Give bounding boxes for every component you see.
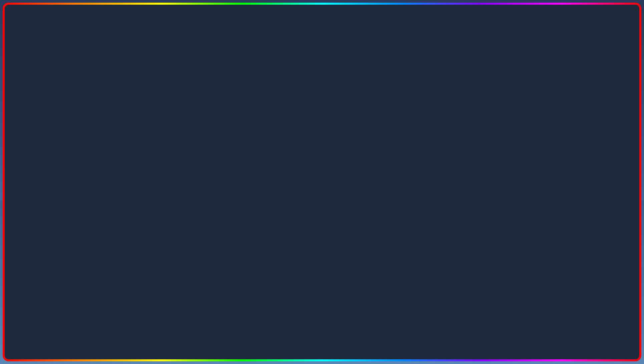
right-sidebar-item-stats[interactable]: 📊 Stats: [448, 121, 491, 130]
svg-point-20: [298, 150, 307, 158]
footer-name: Sky: [37, 207, 43, 211]
r-sidebar-label-players: Players: [458, 142, 471, 147]
right-sidebar-footer: ☁ Sky #1015: [448, 204, 491, 213]
sidebar-item-devilfruit[interactable]: 🍎 DevilFruit: [28, 159, 71, 169]
sidebar-label-teleport: Teleport: [38, 142, 52, 147]
right-sidebar-item-players[interactable]: 👤 Players: [448, 140, 491, 150]
select-raid-value: Dough: [499, 177, 511, 182]
svg-point-17: [321, 193, 335, 200]
r-misc-icon: 🎮: [451, 191, 456, 195]
auto-farm-checkbox[interactable]: ✓: [187, 177, 192, 181]
svg-rect-28: [554, 325, 556, 328]
setting-icon: ⚙: [31, 191, 36, 195]
r-devilfruit-icon: 🍎: [451, 152, 456, 157]
sidebar-item-players[interactable]: 👤 Players: [28, 150, 71, 159]
center-character: [269, 60, 375, 254]
teleport-raidlab-checkbox[interactable]: [608, 126, 612, 131]
left-sidebar-footer: ☁ Sky #1015: [28, 204, 71, 213]
sidebar-label-devilfruit: DevilFruit: [38, 162, 55, 166]
chevron-down-icon-2: ▼: [605, 177, 609, 182]
main-title: BLOX FRUITS: [143, 6, 502, 63]
auto-awaken-label: Auto Awaken: [496, 143, 519, 148]
left-panel-content: Select Weapon Godhuman ▼ Method Level [Q…: [71, 121, 196, 213]
sidebar-item-eps-raid[interactable]: ⚔ EPS-Raid: [28, 169, 71, 179]
r-buy-item-icon: 🛒: [451, 172, 456, 176]
chevron-down-icon: ▼: [184, 133, 188, 138]
method-value: Level [Quest]: [79, 152, 102, 157]
r-eps-raid-icon: ⚔: [451, 162, 456, 166]
auto-superhuman-row: Auto Superhuman: [75, 197, 192, 204]
chevron-up-icon: ▲: [184, 152, 188, 157]
left-panel-header: Blox: [28, 111, 196, 121]
sidebar-label-players: Players: [38, 152, 51, 157]
teleport-raidlab-label: Teleport To RaidLab: [496, 126, 531, 131]
weapon-value: Godhuman: [79, 133, 98, 138]
character-svg: [279, 70, 365, 244]
refresh-weapon-button[interactable]: Refresh Weapon: [75, 163, 192, 173]
r-sidebar-label-misc: Misc: [458, 191, 466, 195]
esp-players-checkbox[interactable]: [608, 188, 612, 193]
footer-avatar: ☁: [31, 206, 35, 211]
sidebar-item-stats[interactable]: 📊 Stats: [28, 130, 71, 140]
svg-point-25: [551, 319, 554, 322]
weapon-dropdown[interactable]: Godhuman ▼: [75, 131, 192, 140]
esp-players-label: ESP Players: [496, 188, 518, 193]
teleport-raidlab-row: Teleport To RaidLab: [496, 125, 612, 132]
footer-tag: #1015: [45, 207, 55, 211]
kill-aura-checkbox[interactable]: [608, 135, 612, 139]
r-sidebar-label-stats: Stats: [458, 123, 467, 128]
sidebar-item-teleport[interactable]: 📍 Teleport: [28, 140, 71, 150]
redeem-exp-button[interactable]: Redeem Exp Code: [75, 184, 192, 194]
stats-icon: 📊: [31, 133, 36, 137]
svg-rect-19: [335, 120, 347, 153]
auto-raids-label: Auto Raids: [496, 161, 515, 165]
right-sidebar-item-misc[interactable]: 🎮 Misc: [448, 188, 491, 198]
bottom-script-label: SCRIPT PASTEBIN: [271, 323, 529, 353]
sidebar-item-main[interactable]: 🏠 Main: [28, 121, 71, 130]
right-sidebar-item-buy-item[interactable]: 🛒 Buy Item: [448, 169, 491, 179]
sidebar-label-setting: Setting: [38, 191, 50, 195]
sidebar-label-stats: Stats: [38, 133, 47, 137]
auto-superhuman-label: Auto Superhuman: [75, 198, 107, 203]
r-sidebar-label-eps-raid: EPS-Raid: [458, 162, 476, 166]
svg-rect-15: [323, 157, 333, 197]
logo-icon: [540, 307, 570, 337]
sidebar-item-setting[interactable]: ⚙ Setting: [28, 188, 71, 198]
right-sidebar-item-teleport[interactable]: 📍 Teleport: [448, 130, 491, 140]
svg-point-16: [309, 193, 323, 200]
sidebar-item-buy-item[interactable]: 🛒 Buy Item: [28, 179, 71, 188]
auto-raids-row: Auto Raids: [496, 159, 612, 167]
sidebar-label-main: Main: [38, 123, 46, 128]
auto-next-island-row: Auto Next Island: [496, 151, 612, 158]
right-panel: B 📊 Stats 📍 Teleport 👤 Players 🍎 D: [447, 110, 617, 214]
bottom-number: 20: [236, 323, 266, 353]
auto-next-island-label: Auto Next Island: [496, 152, 525, 157]
auto-farm-row: Auto Farm ✓: [75, 175, 192, 183]
auto-superhuman-checkbox[interactable]: [187, 198, 192, 203]
method-dropdown[interactable]: Level [Quest] ▲: [75, 150, 192, 159]
svg-point-26: [556, 319, 559, 322]
r-stats-icon: 📊: [451, 123, 456, 128]
r-sidebar-label-setting: Setting: [458, 181, 470, 186]
svg-rect-18: [297, 120, 309, 153]
auto-next-island-checkbox[interactable]: [608, 152, 612, 157]
home-icon: 🏠: [31, 123, 36, 128]
auto-awaken-row: Auto Awaken: [496, 142, 612, 149]
auto-raids-checkbox[interactable]: [608, 161, 612, 165]
sidebar-label-eps-raid: EPS-Raid: [38, 171, 55, 176]
svg-rect-27: [553, 325, 554, 328]
right-panel-content: Teleport To RaidLab Kill Aura Auto Awake…: [492, 121, 616, 213]
right-sidebar-item-eps-raid[interactable]: ⚔ EPS-Raid: [448, 159, 491, 169]
logo-br-text: BLOX FRUITS: [503, 339, 607, 355]
right-sidebar: 📊 Stats 📍 Teleport 👤 Players 🍎 DevilFrui…: [448, 121, 492, 213]
r-teleport-icon: 📍: [451, 133, 456, 137]
r-sidebar-label-buy-item: Buy Item: [458, 171, 474, 176]
right-sidebar-item-devilfruit[interactable]: 🍎 DevilFruit: [448, 150, 491, 159]
select-raid-dropdown[interactable]: Dough ▼: [496, 175, 612, 184]
kill-aura-row: Kill Aura: [496, 133, 612, 141]
auto-awaken-checkbox[interactable]: [608, 143, 612, 148]
r-sidebar-label-devilfruit: DevilFruit: [458, 152, 475, 157]
right-sidebar-item-setting[interactable]: ⚙ Setting: [448, 179, 491, 188]
right-panel-header: B: [448, 111, 616, 121]
r-footer-tag: #1015: [465, 207, 475, 211]
